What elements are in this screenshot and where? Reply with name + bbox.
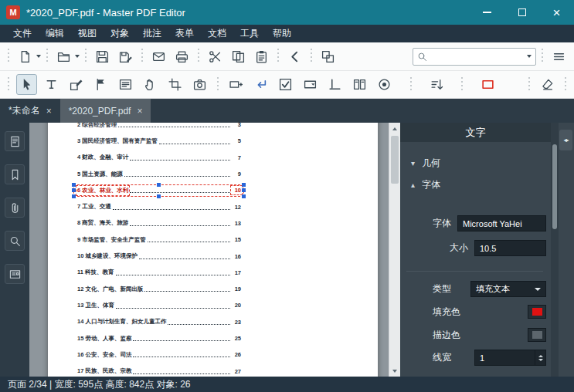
spinner-up-icon[interactable]	[538, 355, 543, 357]
email-button[interactable]	[148, 46, 169, 67]
hand-tool-button[interactable]	[140, 74, 161, 95]
minimize-button[interactable]	[470, 0, 504, 25]
selection-handle[interactable]	[242, 183, 246, 187]
crop-tool-button[interactable]	[165, 74, 185, 95]
selection-handle[interactable]	[157, 183, 161, 187]
menu-annotate[interactable]: 批注	[136, 25, 168, 42]
tab-untitled[interactable]: *未命名 ×	[0, 99, 60, 123]
sidebar-attachments-button[interactable]	[5, 198, 25, 218]
open-button[interactable]	[53, 46, 74, 67]
type-dropdown[interactable]: 填充文本	[470, 281, 546, 297]
panel-scrollbar-thumb[interactable]	[552, 144, 557, 229]
stroke-color-swatch[interactable]	[528, 328, 546, 342]
fill-color-swatch[interactable]	[528, 305, 546, 319]
new-document-dropdown-icon[interactable]	[36, 55, 41, 58]
menu-document[interactable]: 文档	[201, 25, 233, 42]
radio-button-tool-button[interactable]	[374, 74, 395, 95]
toolbar-separator	[528, 77, 531, 93]
panel-collapse-handle[interactable]: ◂▸	[559, 130, 572, 150]
search-dropdown-icon[interactable]	[527, 55, 532, 58]
combo-box-tool-button[interactable]	[300, 74, 321, 95]
enter-key-tool-button[interactable]	[250, 74, 271, 95]
toolbar-menu-button[interactable]	[549, 46, 569, 67]
document-area[interactable]: 2 综合经济管理3 3 国民经济管理、国有资产监管5 4 财政、金融、审计7 5…	[29, 123, 400, 377]
edit-text-tool-button[interactable]	[41, 74, 62, 95]
scroll-down-button[interactable]	[389, 365, 400, 377]
dotted-leader	[159, 144, 230, 144]
menu-form[interactable]: 表单	[168, 25, 201, 42]
tab-close-icon[interactable]: ×	[46, 106, 52, 117]
dotted-leader	[113, 209, 230, 210]
scroll-up-button[interactable]	[389, 123, 400, 134]
document-scrollbar[interactable]	[389, 123, 400, 377]
edit-object-tool-button[interactable]	[66, 74, 87, 95]
menu-object[interactable]: 对象	[104, 25, 136, 42]
selection-box[interactable]	[73, 184, 244, 197]
tab-close-icon[interactable]: ×	[137, 106, 142, 117]
selected-text-object[interactable]: 6 农业、林业、水利10	[77, 182, 241, 198]
selection-handle[interactable]	[72, 194, 76, 198]
selection-handle[interactable]	[242, 194, 246, 198]
save-as-button[interactable]	[115, 46, 136, 67]
print-button[interactable]	[172, 46, 192, 67]
selection-handle[interactable]	[72, 183, 76, 187]
toolbar-separator	[541, 49, 544, 64]
cut-button[interactable]	[205, 46, 226, 67]
scrollbar-thumb[interactable]	[391, 136, 399, 184]
toolbar-drag-handle[interactable]	[7, 77, 10, 93]
open-dropdown-icon[interactable]	[75, 55, 80, 58]
save-button[interactable]	[92, 46, 113, 67]
dotted-leader	[133, 373, 230, 374]
selection-handle[interactable]	[157, 194, 161, 198]
tab-2020-pdf[interactable]: *2020_PDF.pdf ×	[60, 99, 151, 123]
sidebar-bookmarks-button[interactable]	[5, 164, 25, 184]
menu-edit[interactable]: 编辑	[39, 25, 71, 42]
selection-handle[interactable]	[72, 188, 76, 192]
sidebar-search-button[interactable]	[5, 231, 25, 251]
flag-tool-button[interactable]	[90, 74, 111, 95]
text-field-tool-button[interactable]	[226, 74, 246, 95]
paste-button[interactable]	[251, 46, 272, 67]
section-font[interactable]: ▴ 字体	[411, 178, 440, 191]
red-rectangle-tool-button[interactable]	[477, 74, 498, 95]
form-list-tool-button[interactable]	[115, 74, 136, 95]
font-size-input[interactable]: 10.5	[474, 240, 546, 256]
snapshot-tool-button[interactable]	[189, 74, 210, 95]
panel-scrollbar[interactable]	[551, 123, 559, 377]
menu-view[interactable]: 视图	[71, 25, 104, 42]
toolbar-drag-handle[interactable]	[564, 77, 567, 93]
toc-row: 4 财政、金融、审计7	[77, 150, 241, 166]
snapshot-selection-button[interactable]	[318, 46, 338, 67]
main-toolbar	[0, 42, 574, 71]
fill-color-label: 填充色	[433, 306, 460, 319]
eraser-tool-button[interactable]	[537, 74, 558, 95]
menu-file[interactable]: 文件	[6, 25, 39, 42]
line-width-spinner[interactable]	[535, 350, 545, 365]
line-width-input[interactable]: 1	[474, 350, 546, 366]
list-box-tool-button[interactable]	[349, 74, 370, 95]
checkbox-tool-button[interactable]	[275, 74, 296, 95]
toc-row: 15 劳动、人事、监察25	[77, 330, 241, 346]
scrollbar-track[interactable]	[389, 134, 400, 365]
toc-row: 17 民族、民政、宗教27	[77, 363, 241, 377]
pdf-page[interactable]: 2 综合经济管理3 3 国民经济管理、国有资产监管5 4 财政、金融、审计7 5…	[48, 123, 378, 377]
toolbar-drag-handle[interactable]	[7, 49, 10, 64]
spinner-down-icon[interactable]	[538, 359, 543, 361]
back-button[interactable]	[284, 46, 305, 67]
font-family-input[interactable]: Microsoft YaHei	[457, 215, 546, 231]
menu-help[interactable]: 帮助	[266, 25, 298, 42]
arrange-tool-button[interactable]	[426, 74, 447, 95]
menu-tools[interactable]: 工具	[233, 25, 266, 42]
sidebar-properties-button[interactable]	[5, 264, 25, 284]
close-button[interactable]: ×	[539, 0, 574, 25]
section-geometry[interactable]: ▾ 几何	[411, 157, 440, 170]
maximize-button[interactable]	[504, 0, 539, 25]
search-input[interactable]	[430, 51, 523, 62]
copy-button[interactable]	[228, 46, 249, 67]
selection-handle[interactable]	[242, 188, 246, 192]
new-document-button[interactable]	[15, 46, 36, 67]
select-tool-button[interactable]	[16, 74, 37, 95]
new-document-icon	[19, 50, 32, 63]
baseline-tool-button[interactable]	[324, 74, 345, 95]
sidebar-thumbnails-button[interactable]	[5, 131, 25, 151]
